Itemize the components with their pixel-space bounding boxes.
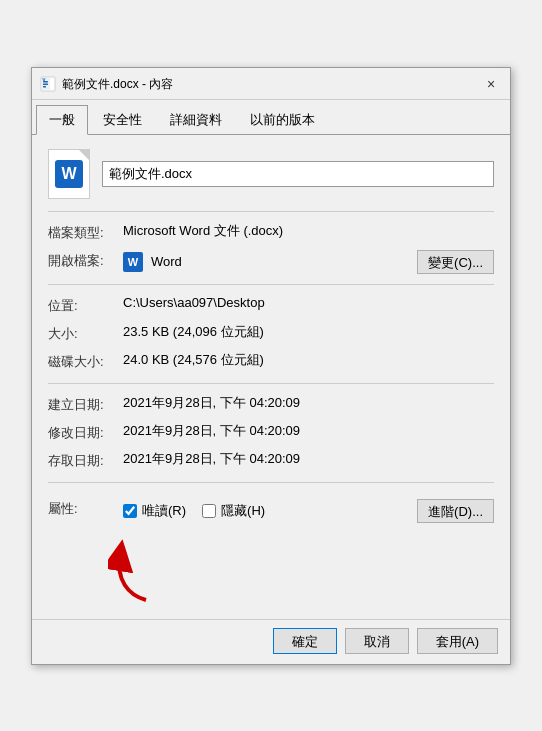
separator-3	[48, 383, 494, 384]
disksize-row: 磁碟大小: 24.0 KB (24,576 位元組)	[48, 351, 494, 373]
svg-rect-4	[43, 86, 46, 88]
hidden-label: 隱藏(H)	[221, 502, 265, 520]
hidden-checkbox[interactable]	[202, 504, 216, 518]
openwith-row: 開啟檔案: W Word 變更(C)...	[48, 250, 494, 274]
word-badge-icon: W	[55, 160, 83, 188]
tab-details[interactable]: 詳細資料	[157, 105, 235, 135]
readonly-checkbox[interactable]	[123, 504, 137, 518]
close-button[interactable]: ×	[480, 73, 502, 95]
readonly-checkbox-label[interactable]: 唯讀(R)	[123, 502, 186, 520]
tab-content: W 檔案類型: Microsoft Word 文件 (.docx) 開啟檔案: …	[32, 135, 510, 619]
word-app-icon: W	[123, 252, 143, 272]
svg-rect-3	[43, 84, 48, 86]
attributes-content: 唯讀(R) 隱藏(H) 進階(D)...	[123, 499, 494, 523]
disksize-value: 24.0 KB (24,576 位元組)	[123, 351, 494, 369]
svg-text:W: W	[43, 78, 46, 82]
openwith-label: 開啟檔案:	[48, 250, 123, 270]
tab-security[interactable]: 安全性	[90, 105, 155, 135]
file-header: W	[48, 149, 494, 199]
file-icon: W	[48, 149, 90, 199]
attributes-label: 屬性:	[48, 498, 123, 518]
created-label: 建立日期:	[48, 394, 123, 414]
modified-row: 修改日期: 2021年9月28日, 下午 04:20:09	[48, 422, 494, 444]
readonly-label: 唯讀(R)	[142, 502, 186, 520]
apply-button[interactable]: 套用(A)	[417, 628, 498, 654]
filename-input[interactable]	[102, 161, 494, 187]
location-label: 位置:	[48, 295, 123, 315]
arrow-annotation	[48, 529, 494, 609]
ok-button[interactable]: 確定	[273, 628, 337, 654]
arrow-svg	[108, 535, 168, 605]
cancel-button[interactable]: 取消	[345, 628, 409, 654]
modified-label: 修改日期:	[48, 422, 123, 442]
separator-4	[48, 482, 494, 483]
openwith-content: W Word 變更(C)...	[123, 250, 494, 274]
properties-dialog: W 範例文件.docx - 內容 × 一般 安全性 詳細資料 以前的版本 W 檔…	[31, 67, 511, 665]
disksize-label: 磁碟大小:	[48, 351, 123, 371]
title-bar-icon: W	[40, 76, 56, 92]
separator-2	[48, 284, 494, 285]
filetype-value: Microsoft Word 文件 (.docx)	[123, 222, 494, 240]
size-row: 大小: 23.5 KB (24,096 位元組)	[48, 323, 494, 345]
filetype-row: 檔案類型: Microsoft Word 文件 (.docx)	[48, 222, 494, 244]
hidden-checkbox-label[interactable]: 隱藏(H)	[202, 502, 265, 520]
accessed-row: 存取日期: 2021年9月28日, 下午 04:20:09	[48, 450, 494, 472]
openwith-app-name: Word	[151, 254, 409, 269]
tab-general[interactable]: 一般	[36, 105, 88, 135]
location-value: C:\Users\aa097\Desktop	[123, 295, 494, 310]
tab-bar: 一般 安全性 詳細資料 以前的版本	[32, 100, 510, 135]
advanced-button[interactable]: 進階(D)...	[417, 499, 494, 523]
accessed-value: 2021年9月28日, 下午 04:20:09	[123, 450, 494, 468]
title-bar: W 範例文件.docx - 內容 ×	[32, 68, 510, 100]
title-text: 範例文件.docx - 內容	[62, 76, 173, 93]
title-bar-left: W 範例文件.docx - 內容	[40, 76, 173, 93]
size-value: 23.5 KB (24,096 位元組)	[123, 323, 494, 341]
change-button[interactable]: 變更(C)...	[417, 250, 494, 274]
tab-previous-versions[interactable]: 以前的版本	[237, 105, 328, 135]
created-row: 建立日期: 2021年9月28日, 下午 04:20:09	[48, 394, 494, 416]
location-row: 位置: C:\Users\aa097\Desktop	[48, 295, 494, 317]
separator-1	[48, 211, 494, 212]
size-label: 大小:	[48, 323, 123, 343]
bottom-buttons: 確定 取消 套用(A)	[32, 619, 510, 664]
accessed-label: 存取日期:	[48, 450, 123, 470]
filetype-label: 檔案類型:	[48, 222, 123, 242]
created-value: 2021年9月28日, 下午 04:20:09	[123, 394, 494, 412]
attributes-row: 屬性: 唯讀(R) 隱藏(H) 進階(D)...	[48, 493, 494, 523]
modified-value: 2021年9月28日, 下午 04:20:09	[123, 422, 494, 440]
